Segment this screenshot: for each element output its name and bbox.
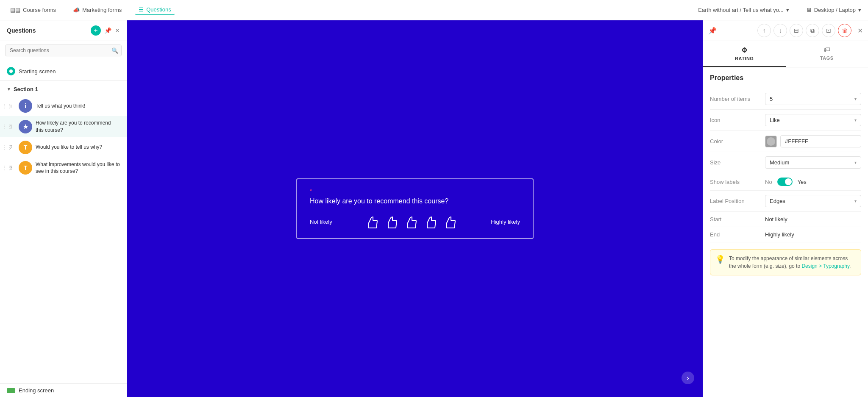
list-item[interactable]: ⋮⋮ i i Tell us what you think! — [0, 96, 127, 116]
question-text: How likely are you to recommend this cou… — [36, 119, 120, 134]
start-row: Start Not likely — [710, 212, 861, 227]
lightbulb-icon: 💡 — [715, 255, 725, 270]
label-position-select[interactable]: Edges ▾ — [765, 195, 861, 207]
search-icon: 🔍 — [111, 47, 118, 54]
question-text: Tell us what you think! — [36, 103, 85, 110]
section-collapse-icon: ▼ — [7, 87, 11, 92]
thumbs-icons — [364, 214, 459, 230]
icon-select[interactable]: Like ▾ — [765, 114, 861, 126]
device-selector[interactable]: 🖥 Desktop / Laptop ▾ — [806, 7, 861, 13]
right-panel: 📌 ↑ ↓ ⊟ ⧉ ⊡ 🗑 ✕ ⚙ RATING 🏷 TAGS Properti… — [703, 20, 868, 397]
questions-nav[interactable]: ☰ Questions — [135, 5, 175, 15]
canvas: * How likely are you to recommend this c… — [127, 20, 703, 397]
tag-icon: 🏷 — [823, 46, 831, 54]
device-label: Desktop / Laptop — [814, 7, 856, 13]
left-panel-header: Questions + 📌 ✕ — [0, 20, 127, 41]
toggle-yes-label: Yes — [798, 179, 807, 185]
search-input[interactable] — [5, 44, 122, 56]
size-label: Size — [710, 159, 765, 166]
questions-list: Starting screen ▼ Section 1 ⋮⋮ i i Tell … — [0, 60, 127, 383]
move-up-button[interactable]: ↑ — [757, 24, 771, 37]
icon-label: Icon — [710, 117, 765, 123]
move-down-button[interactable]: ↓ — [773, 24, 787, 37]
question-icon: i — [19, 99, 32, 113]
number-of-items-select[interactable]: 5 ▾ — [765, 93, 861, 105]
ending-screen-item[interactable]: Ending screen — [0, 383, 127, 397]
design-typography-link[interactable]: Design > Typography — [801, 263, 849, 269]
thumb-icon-1[interactable] — [364, 214, 381, 230]
tip-box: 💡 To modify the appearance of similar el… — [710, 249, 861, 275]
drag-handle-icon: ⋮⋮ — [2, 103, 12, 109]
gear-icon: ⚙ — [741, 46, 748, 54]
question-icon: T — [19, 161, 32, 175]
pin-right-icon[interactable]: 📌 — [708, 27, 717, 35]
question-text: Would you like to tell us why? — [36, 144, 102, 151]
icon-select-arrow-icon: ▾ — [854, 118, 857, 122]
tip-text: To modify the appearance of similar elem… — [729, 255, 856, 270]
starting-screen-item[interactable]: Starting screen — [0, 64, 127, 79]
number-of-items-value: 5 — [770, 96, 773, 102]
add-question-button[interactable]: + — [91, 25, 101, 36]
right-tabs: ⚙ RATING 🏷 TAGS — [703, 41, 868, 67]
question-text: What improvements would you like to see … — [36, 161, 120, 175]
starting-screen-icon — [7, 67, 15, 75]
thumb-icon-5[interactable] — [442, 214, 459, 230]
copy-button[interactable]: ⧉ — [806, 24, 819, 37]
marketing-forms-nav[interactable]: 📣 Marketing forms — [70, 5, 125, 15]
thumb-icon-3[interactable] — [403, 214, 420, 230]
list-icon: ☰ — [139, 6, 144, 13]
device-chevron-icon: ▾ — [858, 7, 861, 13]
label-position-value: Edges — [770, 198, 785, 204]
ending-screen-icon — [7, 388, 15, 393]
thumb-icon-4[interactable] — [423, 214, 439, 230]
pin-icon[interactable]: 📌 — [104, 27, 111, 34]
drag-handle-icon: ⋮⋮ — [2, 124, 12, 130]
duplicate-button[interactable]: ⊟ — [790, 24, 803, 37]
course-forms-nav[interactable]: ▤▤ Course forms — [7, 5, 59, 15]
breadcrumb[interactable]: Earth without art / Tell us what yo... ▾ — [698, 7, 789, 13]
tab-tags-label: TAGS — [820, 56, 834, 61]
tab-tags[interactable]: 🏷 TAGS — [786, 41, 868, 67]
show-labels-toggle[interactable] — [777, 178, 793, 186]
question-card: * How likely are you to recommend this c… — [296, 178, 534, 239]
end-label-label: End — [710, 231, 765, 238]
starting-screen-label: Starting screen — [19, 68, 56, 75]
delete-button[interactable]: 🗑 — [838, 24, 851, 37]
chevron-down-icon: ▾ — [786, 7, 789, 13]
close-right-panel-icon[interactable]: ✕ — [857, 27, 863, 35]
close-left-panel-icon[interactable]: ✕ — [115, 27, 120, 34]
icon-row: Icon Like ▾ — [710, 110, 861, 131]
toggle-no-label: No — [765, 179, 772, 185]
tab-rating[interactable]: ⚙ RATING — [703, 41, 786, 67]
list-item[interactable]: ⋮⋮ 2 T Would you like to tell us why? — [0, 137, 127, 158]
section-1-header[interactable]: ▼ Section 1 — [0, 83, 127, 96]
color-row: Color #FFFFFF — [710, 131, 861, 152]
canvas-question-text: How likely are you to recommend this cou… — [310, 197, 520, 205]
color-swatch[interactable] — [765, 136, 777, 147]
size-row: Size Medium ▾ — [710, 152, 861, 173]
question-icon: T — [19, 141, 32, 154]
top-navigation: ▤▤ Course forms 📣 Marketing forms ☰ Ques… — [0, 0, 868, 20]
color-hex-input[interactable]: #FFFFFF — [780, 135, 861, 147]
end-label: Highly likely — [491, 219, 520, 225]
size-select[interactable]: Medium ▾ — [765, 156, 861, 169]
required-asterisk: * — [310, 188, 520, 194]
monitor-icon: 🖥 — [806, 7, 812, 13]
questions-label: Questions — [146, 6, 171, 13]
label-position-label: Label Position — [710, 198, 765, 204]
search-box: 🔍 — [0, 41, 127, 60]
start-value: Not likely — [765, 214, 787, 225]
start-label: Not likely — [310, 219, 332, 225]
list-item[interactable]: ⋮⋮ 1 ★ How likely are you to recommend t… — [0, 116, 127, 137]
next-arrow-button[interactable]: › — [682, 372, 694, 384]
thumb-icon-2[interactable] — [384, 214, 400, 230]
size-select-arrow-icon: ▾ — [854, 160, 857, 165]
right-content: Properties Number of items 5 ▾ Icon Like… — [703, 67, 868, 397]
icon-value: Like — [770, 117, 780, 123]
paste-button[interactable]: ⊡ — [822, 24, 835, 37]
list-item[interactable]: ⋮⋮ 3 T What improvements would you like … — [0, 158, 127, 179]
label-position-row: Label Position Edges ▾ — [710, 191, 861, 212]
marketing-forms-label: Marketing forms — [82, 7, 122, 13]
select-arrow-icon: ▾ — [854, 97, 857, 101]
megaphone-icon: 📣 — [73, 7, 80, 13]
